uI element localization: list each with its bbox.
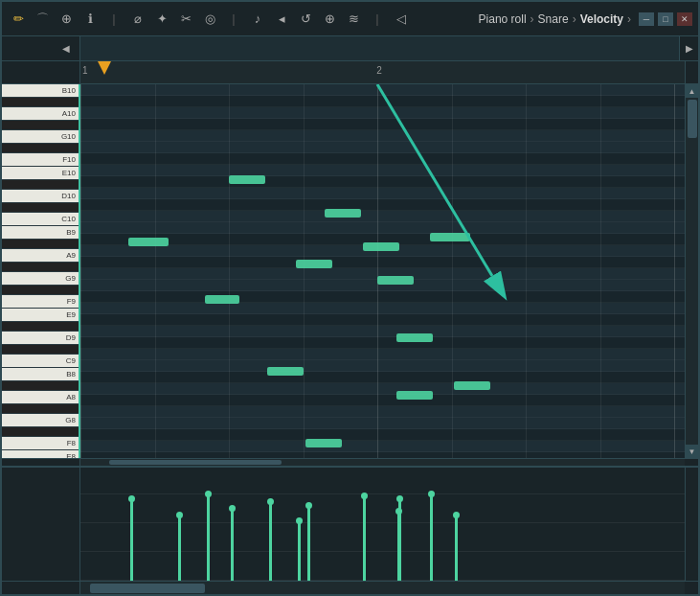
tool-pencil[interactable]: ✏ (8, 9, 29, 30)
tool-arrow-left[interactable]: ◂ (271, 9, 292, 30)
key-c10[interactable]: C10 (2, 213, 79, 226)
key-gs8[interactable] (2, 404, 79, 414)
key-b8[interactable]: B8 (2, 368, 79, 381)
key-as10[interactable] (2, 98, 79, 107)
note[interactable] (205, 295, 239, 304)
note[interactable] (363, 242, 399, 251)
hscroll-track[interactable] (80, 582, 685, 594)
key-ds10[interactable] (2, 180, 79, 190)
velocity-bar[interactable] (269, 502, 272, 581)
hsplit-thumb[interactable] (109, 460, 282, 465)
ruler-label (2, 61, 80, 83)
hscroll-left-spacer (2, 582, 80, 594)
toolbar-tools: ✏ ⌒ ⊕ ℹ | ⌀ ✦ ✂ ◎ | ♪ ◂ ↺ ⊕ ≋ | ◁ (8, 9, 471, 30)
toolbar-left: ◀ (2, 36, 80, 60)
tool-zoom[interactable]: ⊕ (319, 9, 340, 30)
note[interactable] (229, 175, 265, 184)
key-gs9[interactable] (2, 263, 79, 272)
scroll-up-button[interactable]: ▲ (686, 84, 699, 98)
toolbar-main (80, 36, 679, 60)
key-gs10[interactable] (2, 121, 79, 130)
note[interactable] (396, 391, 433, 400)
note[interactable] (128, 238, 169, 246)
horizontal-scrollbar[interactable] (2, 581, 698, 594)
key-f10[interactable]: F10 (2, 153, 79, 167)
key-b10[interactable]: B10 (2, 84, 79, 98)
velocity-bar[interactable] (398, 499, 401, 581)
key-as8[interactable] (2, 381, 79, 391)
note[interactable] (267, 367, 304, 376)
velocity-grid[interactable] (80, 468, 685, 581)
velocity-bar[interactable] (307, 506, 310, 581)
tool-speaker[interactable]: ♪ (247, 9, 268, 30)
note[interactable] (296, 260, 332, 268)
key-fs9[interactable] (2, 286, 79, 295)
key-g9[interactable]: G9 (2, 272, 79, 286)
key-fs8[interactable] (2, 427, 79, 437)
vertical-scrollbar[interactable]: ▲ ▼ (685, 84, 698, 458)
key-e10[interactable]: E10 (2, 167, 79, 180)
tool-hook[interactable]: ⌒ (32, 9, 53, 30)
note[interactable] (396, 333, 433, 342)
tool-magnet[interactable]: ⊕ (56, 9, 77, 30)
key-a10[interactable]: A10 (2, 107, 79, 121)
note[interactable] (377, 276, 414, 285)
hscroll-thumb[interactable] (90, 584, 205, 593)
velocity-bar[interactable] (130, 499, 133, 581)
tool-brush[interactable]: ⌀ (127, 9, 148, 30)
tool-wave[interactable]: ≋ (343, 9, 364, 30)
scroll-track[interactable] (686, 98, 698, 445)
secondary-toolbar: ◀ ▶ (2, 36, 698, 61)
key-f9[interactable]: F9 (2, 295, 79, 309)
nav-right-button[interactable]: ▶ (679, 36, 698, 60)
note[interactable] (430, 233, 470, 241)
key-e9[interactable]: E9 (2, 309, 79, 322)
note[interactable] (305, 439, 342, 447)
key-g8[interactable]: G8 (2, 414, 79, 427)
note[interactable] (325, 209, 361, 218)
key-e8[interactable]: E8 (2, 450, 79, 458)
ruler-track[interactable]: 1 2 (80, 61, 685, 83)
velocity-bar[interactable] (298, 521, 301, 581)
hsplit-track (80, 459, 685, 466)
minimize-button[interactable]: ─ (639, 12, 654, 26)
key-d10[interactable]: D10 (2, 190, 79, 203)
velocity-bar[interactable] (207, 494, 210, 581)
title-piano-roll: Piano roll (479, 12, 527, 26)
key-b9[interactable]: B9 (2, 226, 79, 240)
tool-info[interactable]: ℹ (79, 9, 101, 30)
key-cs9[interactable] (2, 345, 79, 355)
key-d9[interactable]: D9 (2, 332, 79, 345)
velocity-scrollbar[interactable] (685, 468, 698, 581)
tool-loop[interactable]: ↺ (295, 9, 316, 30)
velocity-bar[interactable] (231, 509, 234, 581)
title-velocity: Velocity (580, 12, 623, 26)
note[interactable] (454, 381, 490, 390)
maximize-button[interactable]: □ (658, 12, 673, 26)
title-sep2: › (573, 12, 576, 26)
velocity-bar[interactable] (363, 496, 366, 581)
key-cs10[interactable] (2, 203, 79, 213)
key-a9[interactable]: A9 (2, 249, 79, 263)
nav-left-button[interactable]: ◀ (56, 36, 76, 60)
key-a8[interactable]: A8 (2, 391, 79, 404)
notes-container[interactable] (80, 84, 685, 458)
tool-scissors[interactable]: ✂ (175, 9, 196, 30)
close-button[interactable]: ✕ (677, 12, 692, 26)
key-g10[interactable]: G10 (2, 130, 79, 144)
key-f8[interactable]: F8 (2, 437, 79, 450)
key-fs10[interactable] (2, 144, 79, 153)
tool-mute[interactable]: ◎ (199, 9, 220, 30)
tool-speaker2[interactable]: ◁ (391, 9, 412, 30)
velocity-bar[interactable] (455, 516, 458, 581)
key-ds9[interactable] (2, 322, 79, 332)
note-grid[interactable] (80, 84, 685, 458)
key-as9[interactable] (2, 240, 79, 249)
scroll-down-button[interactable]: ▼ (686, 445, 699, 458)
title-bar: ✏ ⌒ ⊕ ℹ | ⌀ ✦ ✂ ◎ | ♪ ◂ ↺ ⊕ ≋ | ◁ Piano … (2, 2, 698, 36)
tool-select[interactable]: ✦ (151, 9, 172, 30)
velocity-bar[interactable] (178, 516, 181, 581)
scroll-thumb[interactable] (688, 100, 697, 138)
key-c9[interactable]: C9 (2, 355, 79, 368)
velocity-bar[interactable] (430, 494, 433, 581)
